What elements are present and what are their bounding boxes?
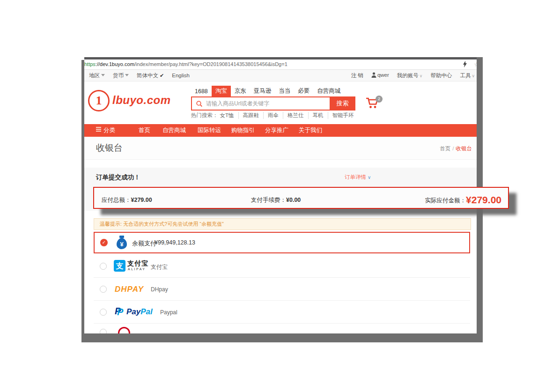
alipay-logo-en: ALIPAY (128, 267, 146, 271)
page-header-bar: 收银台 首页/收银台 (84, 137, 477, 160)
window-shadow-bottom (81, 333, 483, 342)
tab-biyao[interactable]: 必要 (294, 86, 313, 96)
search-input[interactable] (205, 100, 330, 107)
tools-menu[interactable]: 工具∨ (460, 72, 475, 79)
bolt-icon[interactable] (463, 61, 467, 71)
hot-search-item[interactable]: 智能手环 (328, 112, 358, 119)
payment-logo-partial (118, 327, 130, 333)
chevron-down-icon: ∨ (472, 74, 475, 78)
currency-menu[interactable]: 货币 (113, 72, 129, 79)
nav-item-share-promo[interactable]: 分享推广 (265, 124, 288, 137)
main-nav: 分类 首页 自营商城 国际转运 购物指引 分享推广 关于我们 (84, 124, 477, 137)
language-en[interactable]: English (172, 73, 190, 78)
nav-item-shopping-guide[interactable]: 购物指引 (231, 124, 255, 137)
hot-search-item[interactable]: 雨伞 (264, 112, 283, 119)
svg-text:¥: ¥ (120, 241, 124, 248)
page-canvas: https://dev.1buyo.com/index/member/pay.h… (0, 0, 560, 392)
logout-link[interactable]: 注 销 (351, 72, 363, 79)
language-zh[interactable]: 简体中文✔ (137, 72, 164, 79)
nav-item-self-mall[interactable]: 自营商城 (162, 124, 186, 137)
page-title: 收银台 (96, 142, 123, 154)
order-success-message: 订单提交成功！ (96, 173, 140, 182)
search-icon (192, 101, 205, 107)
help-center-link[interactable]: 帮助中心 (430, 72, 452, 79)
notice-text: 温馨提示: 无合适的支付方式?可先尝试使用 “余额充值” (100, 221, 224, 227)
tab-amazon[interactable]: 亚马逊 (250, 86, 275, 96)
tab-self-mall[interactable]: 自营商城 (313, 86, 344, 96)
row-divider (94, 300, 470, 301)
user-menu[interactable]: qwer (371, 72, 389, 79)
search-source-tabs: 1688 淘宝 京东 亚马逊 当当 必要 自营商城 (191, 86, 344, 96)
radio-icon[interactable] (100, 309, 107, 316)
payment-option-alipay[interactable]: 支 支付宝 ALIPAY 支付宝 (94, 255, 470, 277)
total-due: 应付总额：¥279.00 (102, 196, 152, 204)
payment-option-balance[interactable]: ✓ ¥ 余额支付 ¥99,949,128.13 (94, 232, 470, 253)
hot-search-label: 热门搜索： (191, 112, 218, 119)
chevron-down-icon: ∨ (420, 74, 423, 78)
chevron-down-icon (101, 74, 105, 76)
dhpay-logo: DHPAY (115, 285, 144, 294)
nav-item-home[interactable]: 首页 (139, 124, 150, 137)
account-menu[interactable]: 我的账号∨ (397, 72, 423, 79)
alipay-icon: 支 (114, 260, 125, 272)
payment-name: 支付宝 (151, 263, 168, 271)
hamburger-icon (96, 126, 101, 133)
hot-search-item[interactable]: 耳机 (309, 112, 328, 119)
person-icon (371, 72, 376, 79)
money-bag-icon: ¥ (115, 236, 128, 251)
payment-summary-annotation-box: 应付总额：¥279.00 支付手续费：¥0.00 实际应付金额：¥279.00 (93, 187, 509, 209)
actual-amount: 实际应付金额：¥279.00 (425, 194, 501, 206)
hot-search-item[interactable]: 高跟鞋 (239, 112, 264, 119)
payment-fee: 支付手续费：¥0.00 (251, 196, 301, 204)
search-box (191, 96, 331, 111)
payment-option-paypal[interactable]: PP PayPal Paypal (94, 301, 470, 323)
tab-taobao[interactable]: 淘宝 (212, 86, 231, 96)
paypal-logo: PayPal (126, 307, 153, 317)
breadcrumb: 首页/收银台 (440, 145, 472, 152)
radio-icon[interactable] (100, 286, 107, 293)
tab-dangdang[interactable]: 当当 (275, 86, 294, 96)
url-path: /index/member/pay.html?key=OD20190814143… (134, 61, 287, 67)
order-details-link[interactable]: 订单详情∨ (345, 174, 371, 181)
star-icon[interactable]: ☆ (474, 59, 477, 69)
url-protocol: https (84, 61, 96, 67)
nav-item-intl-shipping[interactable]: 国际转运 (198, 124, 221, 137)
breadcrumb-home[interactable]: 首页 (440, 146, 450, 151)
browser-url-bar[interactable]: https://dev.1buyo.com/index/member/pay.h… (84, 59, 477, 70)
payment-name: 余额支付 (132, 239, 156, 248)
site-logo-text[interactable]: lbuyo.com (112, 94, 171, 107)
payment-name: Paypal (160, 309, 177, 316)
order-status-band: 订单提交成功！ 订单详情∨ (84, 168, 477, 187)
balance-amount: ¥99,949,128.13 (155, 239, 195, 246)
payment-option-dhpay[interactable]: DHPAY DHpay (94, 278, 470, 300)
nav-item-about-us[interactable]: 关于我们 (299, 124, 322, 137)
radio-checked-icon[interactable]: ✓ (100, 239, 108, 246)
payment-option-partial[interactable] (94, 324, 470, 333)
nav-item-categories[interactable]: 分类 (96, 124, 115, 137)
hot-search-row: 热门搜索： 女T恤 高跟鞋 雨伞 格兰仕 耳机 智能手环 (191, 112, 358, 119)
hot-search-item[interactable]: 女T恤 (218, 112, 239, 119)
chevron-down-icon: ∨ (368, 175, 371, 180)
radio-icon[interactable] (100, 263, 107, 270)
search-button[interactable]: 搜索 (330, 96, 355, 111)
breadcrumb-current: 收银台 (456, 146, 472, 151)
tab-1688[interactable]: 1688 (191, 87, 212, 96)
row-divider (94, 323, 470, 324)
paypal-icon: PP (115, 306, 121, 317)
alipay-logo-cn: 支付宝 (127, 259, 148, 268)
notice-bar: 温馨提示: 无合适的支付方式?可先尝试使用 “余额充值” (94, 218, 471, 230)
hot-search-item[interactable]: 格兰仕 (283, 112, 309, 119)
region-menu[interactable]: 地区 (89, 72, 105, 79)
site-logo-mark[interactable]: 1 (88, 90, 110, 111)
payment-name: DHpay (151, 286, 168, 293)
url-domain: ://dev.1buyo.com (96, 61, 134, 67)
radio-icon[interactable] (100, 329, 107, 333)
tab-jd[interactable]: 京东 (231, 86, 250, 96)
check-icon: ✔ (160, 73, 164, 78)
chevron-down-icon (125, 74, 129, 76)
row-divider (94, 277, 470, 278)
utility-topbar: 地区 货币 简体中文✔ English 注 销 qwer 我的账号∨ 帮助中心 … (84, 70, 477, 81)
cart-count-badge: 2 (376, 96, 383, 103)
